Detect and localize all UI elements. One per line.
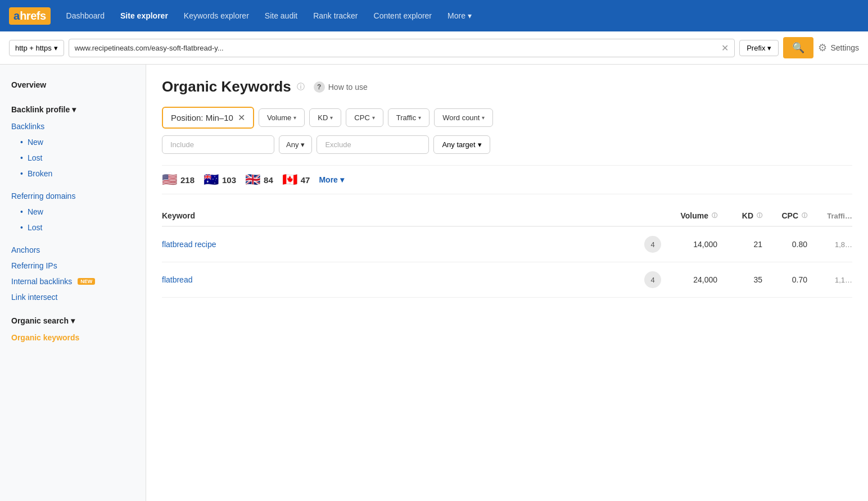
mode-selector[interactable]: Prefix ▾ [739, 40, 779, 56]
internal-backlinks-new-badge: NEW [78, 278, 95, 285]
sidebar-item-anchors[interactable]: Anchors [0, 242, 146, 258]
au-count: 103 [222, 175, 236, 185]
row-2-keyword-link[interactable]: flatbread [162, 275, 192, 284]
include-filter-input[interactable]: Include [162, 135, 274, 154]
sidebar-item-referring-domains-lost[interactable]: Lost [0, 220, 146, 235]
sidebar-item-backlinks-lost[interactable]: Lost [0, 150, 146, 166]
table-row: flatbread 4 24,000 35 0.70 1,1… [162, 262, 852, 298]
url-input-box[interactable]: www.recipetineats.com/easy-soft-flatbrea… [69, 39, 735, 57]
sidebar-item-backlinks[interactable]: Backlinks [0, 119, 146, 134]
nav-more-button[interactable]: More ▾ [441, 7, 478, 25]
ca-flag-icon: 🇨🇦 [282, 172, 297, 187]
th-position [616, 211, 661, 220]
row-1-volume: 14,000 [661, 240, 717, 249]
sidebar-item-backlinks-broken[interactable]: Broken [0, 166, 146, 181]
country-au[interactable]: 🇦🇺 103 [204, 172, 236, 187]
sidebar-overview-title: Overview [0, 76, 146, 94]
us-count: 218 [180, 175, 195, 185]
top-navigation: a hrefs Dashboard Site explorer Keywords… [0, 0, 868, 31]
sidebar-item-referring-domains-new[interactable]: New [0, 204, 146, 220]
nav-site-audit[interactable]: Site audit [258, 7, 304, 25]
kd-chevron-icon: ▾ [330, 115, 333, 121]
protocol-value: http + https [15, 44, 52, 52]
country-us[interactable]: 🇺🇸 218 [162, 172, 195, 187]
more-countries-chevron-icon: ▾ [340, 175, 344, 184]
question-icon: ? [314, 81, 325, 93]
how-to-use-button[interactable]: ? How to use [314, 81, 368, 93]
more-countries-button[interactable]: More ▾ [319, 175, 343, 184]
nav-content-explorer[interactable]: Content explorer [367, 7, 439, 25]
sidebar-backlink-label: Backlink profile [11, 105, 70, 114]
position-filter-chip[interactable]: Position: Min–10 ✕ [162, 107, 254, 129]
volume-info-icon[interactable]: ⓘ [712, 212, 717, 220]
nav-keywords-explorer[interactable]: Keywords explorer [177, 7, 256, 25]
nav-rank-tracker[interactable]: Rank tracker [306, 7, 364, 25]
gear-icon: ⚙ [818, 42, 827, 54]
volume-filter-label: Volume [267, 113, 291, 122]
position-filter-close-icon[interactable]: ✕ [238, 112, 245, 123]
us-flag-icon: 🇺🇸 [162, 172, 177, 187]
any-target-label: Any target [442, 140, 475, 149]
sidebar-backlink-profile-title[interactable]: Backlink profile ▾ [0, 101, 146, 119]
word-count-filter-label: Word count [442, 113, 480, 122]
main-layout: Overview Backlink profile ▾ Backlinks Ne… [0, 65, 868, 501]
kd-info-icon[interactable]: ⓘ [757, 212, 762, 220]
sidebar-item-referring-ips[interactable]: Referring IPs [0, 258, 146, 274]
row-2-position-badge: 4 [644, 271, 661, 288]
any-target-selector[interactable]: Any target ▾ [433, 135, 490, 154]
search-bar: http + https ▾ www.recipetineats.com/eas… [0, 31, 868, 65]
th-keyword-label: Keyword [162, 211, 195, 220]
sidebar-item-backlinks-new[interactable]: New [0, 134, 146, 150]
row-2-traffic: 1,1… [807, 276, 852, 284]
protocol-selector[interactable]: http + https ▾ [9, 40, 64, 56]
sidebar-item-organic-keywords[interactable]: Organic keywords [0, 330, 146, 345]
table-row: flatbread recipe 4 14,000 21 0.80 1,8… [162, 227, 852, 262]
page-title: Organic Keywords [162, 78, 291, 95]
kd-filter-button[interactable]: KD ▾ [309, 108, 341, 127]
th-traffic-label: Traffi… [827, 212, 852, 220]
search-button[interactable]: 🔍 [783, 37, 813, 58]
traffic-filter-button[interactable]: Traffic ▾ [388, 108, 430, 127]
nav-site-explorer[interactable]: Site explorer [114, 7, 175, 25]
traffic-filter-label: Traffic [396, 113, 416, 122]
sidebar-item-internal-backlinks[interactable]: Internal backlinks NEW [0, 274, 146, 289]
sidebar-item-referring-domains[interactable]: Referring domains [0, 188, 146, 204]
any-selector[interactable]: Any ▾ [279, 135, 312, 154]
any-chevron-icon: ▾ [301, 140, 305, 149]
cpc-filter-label: CPC [354, 113, 369, 122]
th-traffic: Traffi… [807, 211, 852, 220]
volume-filter-button[interactable]: Volume ▾ [259, 108, 305, 127]
row-2-kd: 35 [717, 275, 762, 284]
row-2-cpc: 0.70 [762, 275, 807, 284]
cpc-filter-button[interactable]: CPC ▾ [346, 108, 383, 127]
nav-more-label: More [447, 11, 465, 20]
any-label: Any [286, 140, 299, 149]
word-count-filter-button[interactable]: Word count ▾ [434, 108, 493, 127]
country-row: 🇺🇸 218 🇦🇺 103 🇬🇧 84 🇨🇦 47 More ▾ [162, 165, 852, 194]
page-title-info-icon[interactable]: ⓘ [297, 82, 305, 92]
settings-button[interactable]: ⚙ Settings [818, 42, 859, 54]
row-1-keyword-link[interactable]: flatbread recipe [162, 240, 216, 249]
sidebar-organic-search-title[interactable]: Organic search ▾ [0, 312, 146, 330]
url-clear-icon[interactable]: ✕ [721, 43, 729, 53]
th-cpc-label: CPC [781, 211, 798, 220]
country-gb[interactable]: 🇬🇧 84 [245, 172, 273, 187]
au-flag-icon: 🇦🇺 [204, 172, 219, 187]
kd-filter-label: KD [318, 113, 328, 122]
th-kd: KD ⓘ [717, 211, 762, 220]
logo[interactable]: a hrefs [9, 7, 51, 25]
th-volume: Volume ⓘ [661, 211, 717, 220]
row-2-keyword-cell: flatbread [162, 275, 616, 284]
country-ca[interactable]: 🇨🇦 47 [282, 172, 310, 187]
row-1-traffic: 1,8… [807, 240, 852, 249]
page-title-row: Organic Keywords ⓘ ? How to use [162, 78, 852, 95]
nav-dashboard[interactable]: Dashboard [60, 7, 112, 25]
exclude-filter-input[interactable]: Exclude [317, 135, 429, 154]
sidebar-item-link-intersect[interactable]: Link intersect [0, 289, 146, 305]
th-keyword: Keyword [162, 211, 616, 220]
ca-count: 47 [301, 175, 310, 185]
protocol-chevron-icon: ▾ [54, 44, 58, 52]
cpc-info-icon[interactable]: ⓘ [802, 212, 807, 220]
volume-chevron-icon: ▾ [293, 115, 296, 121]
cpc-chevron-icon: ▾ [372, 115, 375, 121]
